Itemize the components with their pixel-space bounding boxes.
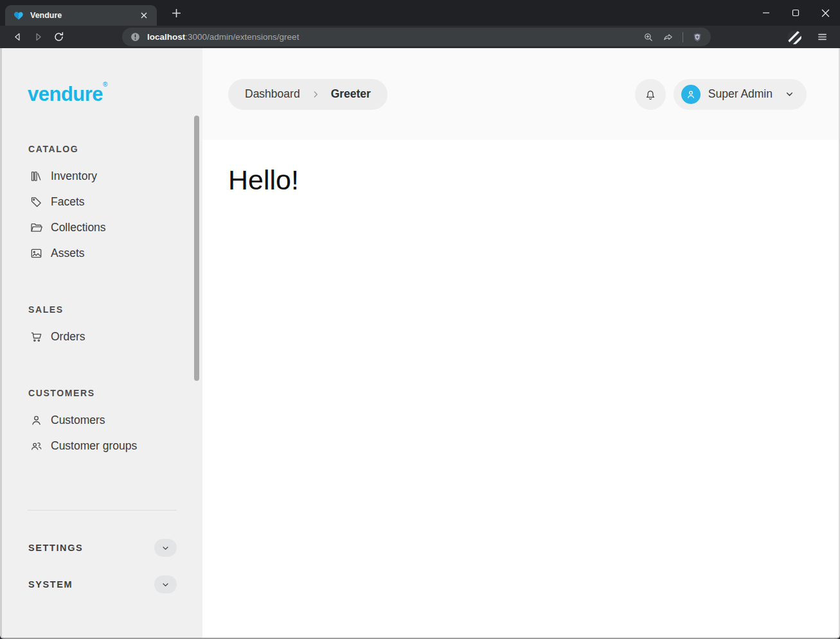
chevron-down-icon — [161, 543, 170, 553]
sidebar-item-label: Customer groups — [51, 439, 137, 453]
system-expand-button[interactable] — [154, 575, 177, 593]
sidebar-scrollbar-thumb[interactable] — [194, 116, 199, 381]
sidebar: vendure® CATALOG Inventory Facets — [2, 48, 202, 638]
image-icon — [30, 247, 43, 260]
registered-mark: ® — [103, 81, 107, 88]
browser-titlebar: Vendure — [0, 0, 840, 26]
chevron-down-icon — [784, 89, 795, 100]
user-icon — [30, 414, 43, 427]
sidebar-item-collections[interactable]: Collections — [2, 214, 202, 240]
sidebar-section-settings[interactable]: SETTINGS — [28, 536, 177, 559]
new-tab-button[interactable] — [167, 4, 185, 22]
tab-close-icon[interactable] — [138, 9, 150, 22]
forward-icon[interactable] — [28, 28, 48, 46]
sidebar-item-orders[interactable]: Orders — [2, 324, 202, 349]
sidebar-item-assets[interactable]: Assets — [2, 240, 202, 266]
user-avatar-icon — [681, 85, 701, 104]
window-controls — [751, 0, 840, 26]
browser-tab-vendure[interactable]: Vendure — [5, 5, 157, 26]
breadcrumb: Dashboard Greeter — [228, 79, 388, 110]
minimize-button[interactable] — [751, 0, 781, 26]
chevron-right-icon — [310, 89, 321, 100]
section-label-customers: CUSTOMERS — [28, 388, 202, 398]
sidebar-section-system[interactable]: SYSTEM — [28, 573, 177, 596]
chevron-down-icon — [161, 580, 170, 590]
breadcrumb-dashboard[interactable]: Dashboard — [245, 87, 300, 101]
site-info-icon[interactable] — [130, 31, 141, 42]
library-icon — [30, 170, 43, 183]
back-icon[interactable] — [8, 28, 27, 46]
sidebar-item-label: Collections — [51, 221, 106, 234]
sidebar-item-label: Assets — [51, 247, 85, 260]
sidebar-item-inventory[interactable]: Inventory — [2, 163, 202, 189]
sidebar-item-label: Orders — [51, 330, 85, 344]
browser-window: Vendure — [0, 0, 840, 639]
page-header: Dashboard Greeter — [202, 48, 839, 140]
brave-shield-icon[interactable] — [692, 31, 703, 43]
section-label-catalog: CATALOG — [28, 144, 202, 154]
sidebar-item-label: Facets — [51, 195, 85, 209]
browser-toolbar: localhost:3000/admin/extensions/greet — [0, 26, 840, 48]
section-label-system: SYSTEM — [28, 579, 73, 590]
sidebar-item-label: Inventory — [51, 170, 97, 183]
users-icon — [30, 439, 43, 453]
sidebar-item-label: Customers — [51, 414, 105, 427]
reload-icon[interactable] — [49, 28, 68, 46]
page-content: vendure® CATALOG Inventory Facets — [0, 48, 840, 639]
section-label-settings: SETTINGS — [28, 543, 83, 553]
main-area: Dashboard Greeter — [202, 48, 839, 638]
share-icon[interactable] — [663, 31, 674, 43]
bell-icon — [643, 87, 657, 101]
url-text: localhost:3000/admin/extensions/greet — [147, 32, 299, 42]
sidebar-item-customers[interactable]: Customers — [2, 407, 202, 433]
tag-icon — [30, 195, 43, 209]
zoom-page-icon[interactable] — [643, 31, 654, 43]
vendure-favicon-icon — [13, 10, 24, 21]
sidebar-divider — [28, 510, 177, 511]
section-label-sales: SALES — [28, 304, 202, 315]
address-divider — [683, 32, 683, 42]
sidebar-item-facets[interactable]: Facets — [2, 189, 202, 214]
user-menu[interactable]: Super Admin — [674, 79, 807, 110]
tab-title: Vendure — [30, 11, 132, 20]
address-bar[interactable]: localhost:3000/admin/extensions/greet — [122, 28, 711, 46]
close-button[interactable] — [810, 0, 840, 26]
notifications-button[interactable] — [635, 79, 666, 110]
maximize-button[interactable] — [781, 0, 810, 26]
extension-content: Hello! — [202, 140, 839, 196]
browser-menu-icon[interactable] — [813, 28, 831, 46]
cart-icon — [30, 330, 43, 344]
profile-avatar-icon[interactable] — [786, 29, 803, 46]
breadcrumb-greeter[interactable]: Greeter — [331, 87, 371, 101]
settings-expand-button[interactable] — [154, 539, 177, 557]
folder-icon — [30, 221, 43, 234]
greeting-heading: Hello! — [228, 164, 839, 196]
user-name: Super Admin — [708, 87, 773, 101]
sidebar-item-customer-groups[interactable]: Customer groups — [2, 433, 202, 459]
vendure-logo[interactable]: vendure® — [28, 74, 202, 105]
